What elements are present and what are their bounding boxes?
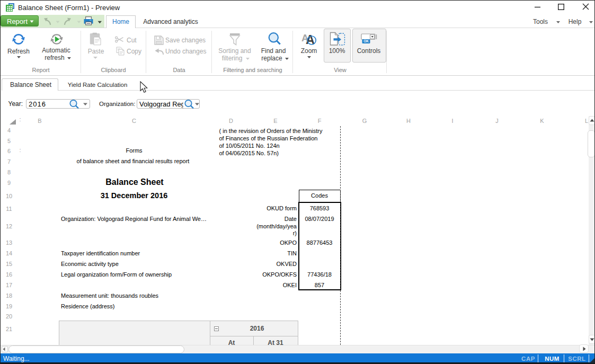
svg-text:OK: OK — [363, 39, 369, 43]
